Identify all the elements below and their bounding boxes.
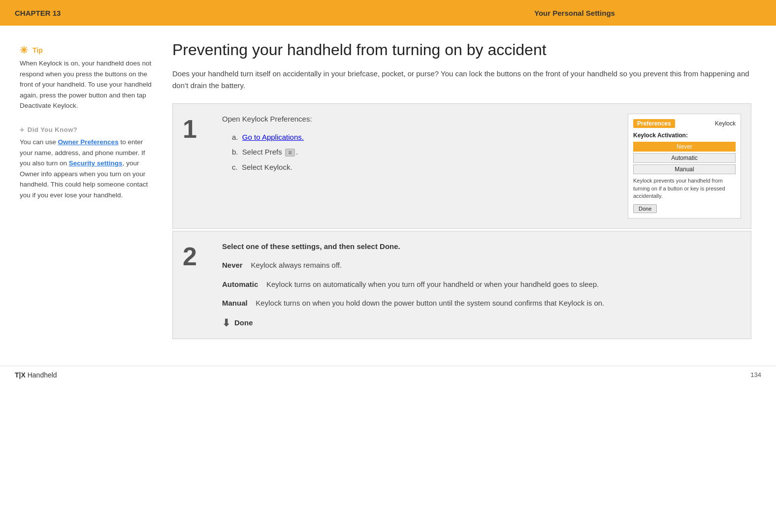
done-label: Done [234,318,253,327]
manual-label: Manual [222,299,248,307]
screenshot-mockup: Preferences Keylock Keylock Activation: … [628,114,741,218]
screenshot-header: Preferences Keylock [633,119,736,128]
plus-icon: + [20,126,25,134]
section-title: Your Personal Settings [388,9,761,17]
chapter-label: CHAPTER 13 [15,9,388,17]
intro-text: Does your handheld turn itself on accide… [172,68,751,92]
step-1-content: Open Keylock Preferences: a. Go to Appli… [222,114,741,218]
manual-row: Manual Keylock turns on when you hold do… [222,298,741,309]
did-you-know-block: + Did You Know? You can use Owner Prefer… [20,126,153,201]
tip-block: ✳ Tip When Keylock is on, your handheld … [20,45,153,111]
never-desc: Keylock always remains off. [251,261,342,269]
down-arrow-icon: ⬇ [222,317,230,329]
manual-desc: Keylock turns on when you hold down the … [256,299,604,307]
automatic-label: Automatic [222,280,258,288]
dyk-label: + Did You Know? [20,126,153,134]
footer-brand: T|X Handheld [15,371,57,379]
step-1-inner: Open Keylock Preferences: a. Go to Appli… [222,114,741,218]
step-2-instruction: Select one of these settings, and then s… [222,241,741,252]
go-to-applications-link[interactable]: Go to Applications. [242,133,304,141]
automatic-desc: Keylock turns on automatically when you … [266,280,599,288]
main-content: Preventing your handheld from turning on… [162,40,761,341]
screenshot-option-manual: Manual [633,164,736,174]
sidebar: ✳ Tip When Keylock is on, your handheld … [15,40,162,341]
step-1c: c. Select Keylock. [232,162,618,173]
header: CHAPTER 13 Your Personal Settings [0,0,776,26]
dyk-text: You can use Owner Preferences to enter y… [20,137,153,201]
automatic-row: Automatic Keylock turns on automatically… [222,279,741,290]
screenshot-option-automatic: Automatic [633,153,736,163]
never-label: Never [222,261,243,269]
security-settings-link[interactable]: Security settings [69,159,123,167]
step-1-text: Open Keylock Preferences: a. Go to Appli… [222,114,618,218]
tip-label: ✳ Tip [20,45,153,55]
brand-name: T|X [15,371,26,379]
screenshot-option-never: Never [633,142,736,152]
screenshot-desc: Keylock prevents your handheld from turn… [633,177,736,200]
screenshot-preferences-button: Preferences [633,119,675,128]
page-heading: Preventing your handheld from turning on… [172,40,751,59]
step-2-box: 2 Select one of these settings, and then… [172,231,751,339]
screenshot-done-button: Done [633,204,657,213]
step-1b: b. Select Prefs . [232,147,618,158]
footer-page-number: 134 [750,371,761,378]
step-2-content: Select one of these settings, and then s… [222,241,741,329]
asterisk-icon: ✳ [20,45,30,55]
screenshot-activation-title: Keylock Activation: [633,132,736,139]
content-area: ✳ Tip When Keylock is on, your handheld … [0,26,776,356]
prefs-icon [285,149,295,156]
owner-prefs-link[interactable]: Owner Preferences [58,138,119,146]
step-1a: a. Go to Applications. [232,132,618,143]
screenshot-keylock-label: Keylock [715,120,736,127]
step-1-instruction: Open Keylock Preferences: [222,114,618,125]
tip-text: When Keylock is on, your handheld does n… [20,58,153,111]
step-1-number: 1 [183,114,212,218]
step-2-number: 2 [183,241,212,329]
step-1-box: 1 Open Keylock Preferences: a. Go to App… [172,103,751,228]
done-row: ⬇ Done [222,317,741,329]
footer: T|X Handheld 134 [0,366,776,384]
brand-text: Handheld [28,371,57,379]
never-row: Never Keylock always remains off. [222,260,741,271]
